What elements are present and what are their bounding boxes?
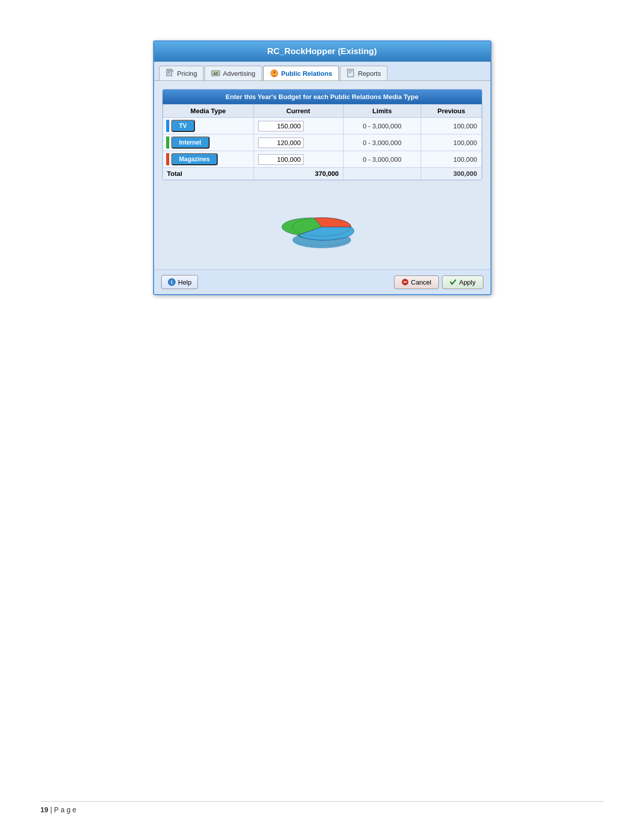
tab-advertising[interactable]: AD Advertising [205,66,262,80]
tab-reports-label: Reports [358,70,381,77]
page-number-bar: 19 | P a g e [40,801,604,814]
total-label: Total [163,168,254,180]
help-label: Help [178,279,192,286]
svg-rect-11 [349,72,353,72]
tv-color-bar [166,120,169,132]
tv-button[interactable]: TV [171,120,195,132]
help-icon: i [168,278,176,286]
tab-pricing[interactable]: Pricing [159,66,204,80]
svg-rect-0 [167,69,172,76]
page-label: | [50,806,54,814]
section-header: Enter this Year's Budget for each Public… [163,89,482,104]
magazines-color-bar [166,153,169,165]
svg-text:i: i [171,280,172,285]
pie-chart [280,196,364,251]
total-limits-empty [343,168,421,180]
svg-rect-3 [168,73,170,73]
cancel-button[interactable]: Cancel [394,275,439,289]
tab-reports[interactable]: Reports [340,66,388,80]
tab-bar: Pricing AD Advertising Public Relations [154,62,490,81]
total-row: Total 370,000 300,000 [163,168,481,180]
internet-button[interactable]: Internet [171,136,210,149]
svg-marker-4 [172,69,174,71]
tab-public-relations-label: Public Relations [281,70,332,77]
dialog-title: RC_RockHopper (Existing) [154,41,490,62]
media-type-cell-internet: Internet [163,134,254,151]
table-row: Internet 0 - 3,000,000 100,000 [163,134,481,151]
media-type-cell-tv: TV [163,118,254,134]
tv-limits-cell: 0 - 3,000,000 [343,118,421,134]
tab-public-relations[interactable]: Public Relations [263,66,339,80]
page-number: 19 [40,806,48,814]
doc-icon [166,69,175,78]
svg-rect-2 [168,72,171,72]
tab-pricing-label: Pricing [177,70,197,77]
tab-advertising-label: Advertising [223,70,255,77]
total-previous: 300,000 [421,168,481,180]
internet-color-bar [166,136,169,149]
chart-area [162,180,482,261]
total-current: 370,000 [254,168,343,180]
budget-table: Media Type Current Limits Previous [163,104,482,180]
tv-current-input[interactable] [258,121,304,131]
svg-rect-10 [349,70,353,71]
page-label-text: P a g e [54,806,76,814]
tv-previous-cell: 100,000 [421,118,481,134]
media-type-cell-magazines: Magazines [163,151,254,168]
reports-icon [346,69,356,78]
apply-icon [450,279,457,286]
dialog-footer: i Help Cancel Apply [154,269,490,294]
svg-text:AD: AD [213,72,218,75]
magazines-previous-cell: 100,000 [421,151,481,168]
magazines-button[interactable]: Magazines [171,153,218,165]
col-previous: Previous [421,105,481,118]
col-current: Current [254,105,343,118]
footer-right: Cancel Apply [394,275,483,289]
budget-section: Enter this Year's Budget for each Public… [162,89,482,180]
dialog-content: Enter this Year's Budget for each Public… [154,81,490,269]
magazines-current-cell [254,151,343,168]
col-media-type: Media Type [163,105,254,118]
pr-icon [270,69,279,78]
table-row: TV 0 - 3,000,000 100,000 [163,118,481,134]
apply-label: Apply [459,279,476,286]
magazines-current-input[interactable] [258,154,304,165]
svg-point-8 [273,71,275,74]
cancel-label: Cancel [411,279,431,286]
svg-rect-1 [168,70,171,71]
svg-rect-12 [349,73,351,73]
tv-current-cell [254,118,343,134]
ad-icon: AD [211,69,220,78]
internet-current-input[interactable] [258,137,304,148]
internet-current-cell [254,134,343,151]
internet-previous-cell: 100,000 [421,134,481,151]
col-limits: Limits [343,105,421,118]
main-dialog: RC_RockHopper (Existing) Pricing AD [153,40,491,295]
table-row: Magazines 0 - 3,000,000 100,000 [163,151,481,168]
internet-limits-cell: 0 - 3,000,000 [343,134,421,151]
magazines-limits-cell: 0 - 3,000,000 [343,151,421,168]
cancel-icon [402,279,409,286]
apply-button[interactable]: Apply [442,275,483,289]
help-button[interactable]: i Help [161,275,199,289]
